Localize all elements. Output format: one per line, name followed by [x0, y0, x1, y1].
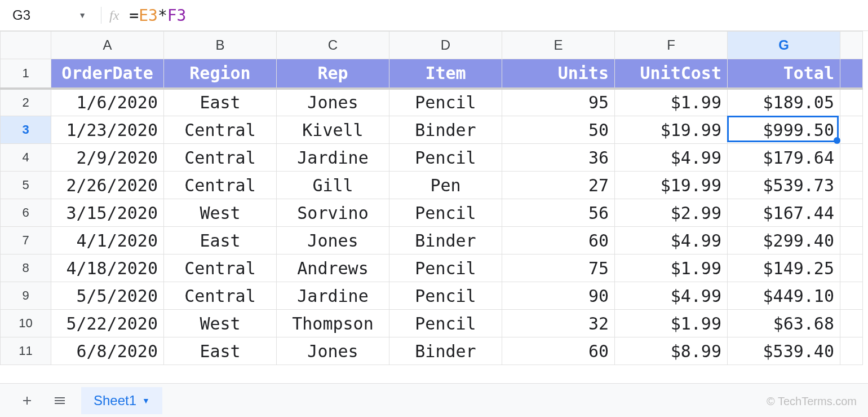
row-header-4[interactable]: 4: [1, 144, 51, 172]
row-header-11[interactable]: 11: [1, 337, 51, 365]
cell[interactable]: 6/8/2020: [51, 337, 164, 365]
row-header-1[interactable]: 1: [1, 59, 51, 89]
cell[interactable]: 2/9/2020: [51, 144, 164, 172]
cell-selected[interactable]: $999.50: [728, 116, 840, 144]
header-item[interactable]: Item: [389, 59, 502, 89]
chevron-down-icon[interactable]: ▼: [142, 396, 150, 405]
cell[interactable]: Jones: [277, 227, 389, 254]
cell[interactable]: 60: [502, 337, 615, 365]
cell[interactable]: $189.05: [728, 89, 840, 116]
cell[interactable]: Kivell: [277, 116, 389, 144]
all-sheets-button[interactable]: [48, 389, 71, 412]
cell[interactable]: West: [164, 199, 277, 227]
cell-blank[interactable]: [840, 254, 863, 282]
cell-blank[interactable]: [840, 116, 863, 144]
cell[interactable]: Pencil: [389, 144, 502, 172]
header-orderdate[interactable]: OrderDate: [51, 59, 164, 89]
row-header-8[interactable]: 8: [1, 254, 51, 282]
cell[interactable]: $539.40: [728, 337, 840, 365]
cell[interactable]: 1/23/2020: [51, 116, 164, 144]
cell[interactable]: 56: [502, 199, 615, 227]
cell-blank[interactable]: [840, 227, 863, 254]
header-region[interactable]: Region: [164, 59, 277, 89]
cell[interactable]: $1.99: [615, 254, 728, 282]
cell[interactable]: 50: [502, 116, 615, 144]
cell[interactable]: East: [164, 337, 277, 365]
row-header-2[interactable]: 2: [1, 89, 51, 116]
cell[interactable]: 3/15/2020: [51, 199, 164, 227]
col-header-e[interactable]: E: [502, 32, 615, 59]
cell[interactable]: Binder: [389, 337, 502, 365]
cell-blank[interactable]: [840, 337, 863, 365]
cell[interactable]: $299.40: [728, 227, 840, 254]
cell[interactable]: 5/5/2020: [51, 282, 164, 310]
cell[interactable]: Pencil: [389, 254, 502, 282]
cell[interactable]: $1.99: [615, 89, 728, 116]
col-header-blank[interactable]: [840, 32, 863, 59]
row-header-7[interactable]: 7: [1, 227, 51, 254]
cell[interactable]: 27: [502, 172, 615, 199]
row-header-10[interactable]: 10: [1, 310, 51, 337]
cell[interactable]: 1/6/2020: [51, 89, 164, 116]
cell-blank[interactable]: [840, 172, 863, 199]
cell-blank[interactable]: [840, 310, 863, 337]
cell[interactable]: 2/26/2020: [51, 172, 164, 199]
row-header-3[interactable]: 3: [1, 116, 51, 144]
cell[interactable]: 60: [502, 227, 615, 254]
cell[interactable]: Gill: [277, 172, 389, 199]
cell[interactable]: $539.73: [728, 172, 840, 199]
cell[interactable]: Sorvino: [277, 199, 389, 227]
cell[interactable]: Central: [164, 254, 277, 282]
cell[interactable]: Jones: [277, 337, 389, 365]
row-header-6[interactable]: 6: [1, 199, 51, 227]
cell[interactable]: $179.64: [728, 144, 840, 172]
cell[interactable]: Jardine: [277, 282, 389, 310]
cell[interactable]: $167.44: [728, 199, 840, 227]
cell[interactable]: $63.68: [728, 310, 840, 337]
cell[interactable]: $449.10: [728, 282, 840, 310]
cell[interactable]: Central: [164, 116, 277, 144]
cell[interactable]: 4/1/2020: [51, 227, 164, 254]
cell[interactable]: Central: [164, 282, 277, 310]
cell[interactable]: 90: [502, 282, 615, 310]
cell[interactable]: 75: [502, 254, 615, 282]
cell[interactable]: Pencil: [389, 282, 502, 310]
header-unitcost[interactable]: UnitCost: [615, 59, 728, 89]
header-total[interactable]: Total: [728, 59, 840, 89]
cell[interactable]: Andrews: [277, 254, 389, 282]
cell[interactable]: Binder: [389, 227, 502, 254]
cell[interactable]: Jones: [277, 89, 389, 116]
cell-blank[interactable]: [840, 282, 863, 310]
formula-input[interactable]: =E3*F3: [129, 6, 186, 25]
sheet-tab-sheet1[interactable]: Sheet1 ▼: [81, 387, 162, 414]
add-sheet-button[interactable]: [16, 389, 38, 412]
cell[interactable]: 32: [502, 310, 615, 337]
cell[interactable]: $19.99: [615, 172, 728, 199]
cell[interactable]: Central: [164, 144, 277, 172]
col-header-b[interactable]: B: [164, 32, 277, 59]
name-box[interactable]: G3 ▼: [6, 7, 93, 23]
cell[interactable]: $19.99: [615, 116, 728, 144]
cell[interactable]: East: [164, 89, 277, 116]
cell-blank[interactable]: [840, 199, 863, 227]
cell[interactable]: $149.25: [728, 254, 840, 282]
cell[interactable]: Pencil: [389, 199, 502, 227]
col-header-a[interactable]: A: [51, 32, 164, 59]
header-units[interactable]: Units: [502, 59, 615, 89]
chevron-down-icon[interactable]: ▼: [78, 11, 86, 20]
cell[interactable]: Central: [164, 172, 277, 199]
cell[interactable]: Pen: [389, 172, 502, 199]
col-header-f[interactable]: F: [615, 32, 728, 59]
cell[interactable]: Pencil: [389, 89, 502, 116]
cell[interactable]: $8.99: [615, 337, 728, 365]
cell-blank[interactable]: [840, 89, 863, 116]
cell[interactable]: Pencil: [389, 310, 502, 337]
col-header-g[interactable]: G: [728, 32, 840, 59]
col-header-d[interactable]: D: [389, 32, 502, 59]
row-header-9[interactable]: 9: [1, 282, 51, 310]
col-header-c[interactable]: C: [277, 32, 389, 59]
row-header-5[interactable]: 5: [1, 172, 51, 199]
select-all-corner[interactable]: [1, 32, 51, 59]
cell[interactable]: Thompson: [277, 310, 389, 337]
cell[interactable]: $2.99: [615, 199, 728, 227]
